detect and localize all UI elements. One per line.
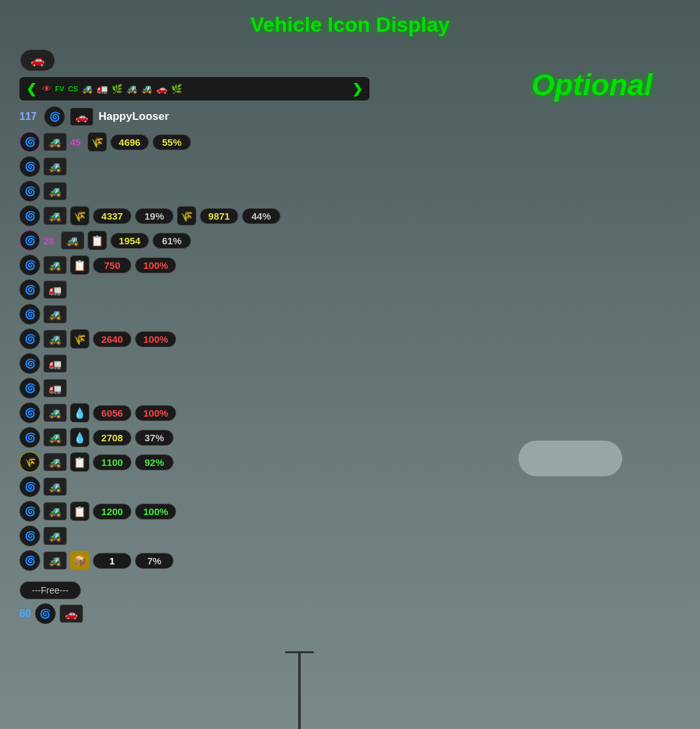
table-row: 🌀 🚛 xyxy=(19,278,369,301)
cargo-icon: 📦 xyxy=(70,551,89,570)
row-number: 28 xyxy=(43,235,58,246)
table-row: 🌀 28 🚜 📋 1954 61% xyxy=(19,229,369,252)
nav-icon-fv[interactable]: FV xyxy=(55,85,64,93)
cargo-value-2: 9871 xyxy=(200,208,239,224)
table-row: 🌀 🚜 💧 6056 100% xyxy=(19,401,369,424)
optional-label: Optional xyxy=(531,67,653,102)
vehicle-type-icon: 🚜 xyxy=(43,428,67,446)
nav-icon-eye[interactable]: 👁 xyxy=(42,84,51,94)
vehicle-type-icon: 🚜 xyxy=(43,551,67,570)
vehicle-status-icon: 🌀 xyxy=(19,402,40,423)
cargo-pct-2: 44% xyxy=(242,208,281,224)
cargo-icon: 🌾 xyxy=(70,329,89,349)
cargo-value: 2708 xyxy=(93,430,132,446)
table-row: 🌀 🚜 🌾 4337 19% 🌾 9871 44% xyxy=(19,204,369,227)
vehicle-status-icon: 🌀 xyxy=(19,156,40,177)
cloud-decoration xyxy=(519,441,622,476)
nav-icon-truck1[interactable]: 🚛 xyxy=(97,84,108,94)
vehicle-type-icon: 🚜 xyxy=(61,231,84,249)
cargo-value: 1100 xyxy=(93,454,132,470)
vehicle-type-icon: 🚜 xyxy=(43,404,67,422)
vehicle-status-icon: 🌀 xyxy=(19,526,40,546)
free-row: 80 🌀 🚗 xyxy=(19,603,369,624)
table-row: 🌀 🚜 xyxy=(19,524,369,548)
player-car-icon: 🚗 xyxy=(70,108,93,126)
cargo-value: 1954 xyxy=(110,233,149,249)
nav-icon-car[interactable]: 🚗 xyxy=(156,84,167,94)
vehicle-type-icon: 🚜 xyxy=(43,157,67,176)
vehicle-list: 117 🌀 🚗 HappyLooser 🌀 🚜 45 🌾 4696 55% 🌀 … xyxy=(19,104,369,572)
nav-icon-plant[interactable]: 🌿 xyxy=(171,84,182,94)
vehicle-status-icon: 🌀 xyxy=(19,255,40,275)
cargo-icon: 📋 xyxy=(88,231,107,250)
vehicle-type-icon: 🚜 xyxy=(43,133,67,151)
vehicle-status-icon: 🌀 xyxy=(19,501,40,522)
cargo-value: 4337 xyxy=(93,208,132,224)
table-row: 🌀 🚜 📋 750 100% xyxy=(19,253,369,277)
cargo-icon-2: 🌾 xyxy=(177,206,196,226)
vehicle-status-icon: 🌀 xyxy=(19,378,40,399)
player-id: 117 xyxy=(19,111,39,122)
cargo-pct: 92% xyxy=(135,454,174,470)
cargo-pct: 100% xyxy=(135,503,176,520)
nav-icon-tractor1[interactable]: 🚜 xyxy=(82,84,93,94)
vehicle-status-icon: 🌀 xyxy=(19,353,40,374)
vehicle-type-icon: 🚜 xyxy=(43,527,67,545)
free-label: ---Free--- xyxy=(19,581,81,599)
cargo-pct: 61% xyxy=(152,233,191,249)
cargo-icon: 💧 xyxy=(70,428,89,447)
cargo-icon: 📋 xyxy=(70,452,89,472)
nav-icons: 👁 FV CS 🚜 🚛 🌿 🚜 🚜 🚗 🌿 xyxy=(37,84,352,94)
nav-right-arrow[interactable]: ❯ xyxy=(352,81,363,97)
table-row: 🌀 🚜 45 🌾 4696 55% xyxy=(19,130,369,154)
vehicle-type-icon: 🚜 xyxy=(43,478,67,496)
vehicle-type-icon: 🚜 xyxy=(43,502,67,520)
cargo-pct: 100% xyxy=(135,257,176,273)
vehicle-btn-icon: 🚗 xyxy=(30,53,45,67)
table-row: 🌀 🚜 📦 1 7% xyxy=(19,549,369,572)
nav-icon-harvester[interactable]: 🌿 xyxy=(111,84,122,94)
vehicle-status-icon: 🌀 xyxy=(19,205,40,226)
nav-icon-cs[interactable]: CS xyxy=(68,85,78,93)
cargo-pct: 19% xyxy=(135,208,174,224)
nav-icon-tractor2[interactable]: 🚜 xyxy=(126,84,137,94)
cargo-value: 750 xyxy=(93,257,132,273)
table-row: 🌀 🚜 💧 2708 37% xyxy=(19,426,369,449)
vehicle-type-icon: 🚜 xyxy=(43,453,67,471)
vehicle-status-icon: 🌀 xyxy=(19,279,40,300)
vehicle-status-icon: 🌀 xyxy=(19,329,40,349)
cargo-pct: 55% xyxy=(152,134,191,150)
free-icon: 🌀 xyxy=(35,603,56,624)
free-vehicle-icon: 🚗 xyxy=(60,605,83,623)
free-section: ---Free--- 80 🌀 🚗 xyxy=(19,581,369,624)
vehicle-type-icon: 🚜 xyxy=(43,207,67,225)
cargo-value: 2640 xyxy=(93,331,132,347)
table-row: 🌀 🚜 xyxy=(19,179,369,203)
vehicle-type-icon: 🚛 xyxy=(43,354,67,373)
nav-icon-tractor3[interactable]: 🚜 xyxy=(141,84,152,94)
vehicle-status-icon: 🌾 xyxy=(19,452,40,472)
cargo-value: 1200 xyxy=(93,503,132,520)
vehicle-status-icon: 🌀 xyxy=(19,181,40,202)
cargo-icon: 🌾 xyxy=(88,132,107,152)
row-number: 45 xyxy=(70,137,84,148)
vehicle-status-icon: 🌀 xyxy=(19,427,40,448)
vehicle-type-icon: 🚜 xyxy=(43,182,67,200)
vehicle-type-icon: 🚜 xyxy=(43,330,67,348)
table-row: 🌀 🚛 xyxy=(19,376,369,400)
cargo-icon: 💧 xyxy=(70,403,89,422)
cargo-pct: 7% xyxy=(135,553,174,569)
nav-left-arrow[interactable]: ❮ xyxy=(26,81,37,97)
table-row: 🌀 🚜 🌾 2640 100% xyxy=(19,327,369,351)
cargo-value: 6056 xyxy=(93,405,132,421)
table-row: 🌀 🚜 xyxy=(19,155,369,178)
free-id: 80 xyxy=(19,608,31,619)
table-row: 🌀 🚜 xyxy=(19,303,369,326)
cargo-pct: 100% xyxy=(135,331,176,347)
cargo-pct: 100% xyxy=(135,405,176,421)
vehicle-button[interactable]: 🚗 xyxy=(19,49,56,72)
table-row: 🌀 🚛 xyxy=(19,352,369,375)
table-row: 🌀 🚜 📋 1200 100% xyxy=(19,500,369,523)
cargo-icon: 🌾 xyxy=(70,206,89,226)
vehicle-status-icon: 🌀 xyxy=(19,550,40,571)
